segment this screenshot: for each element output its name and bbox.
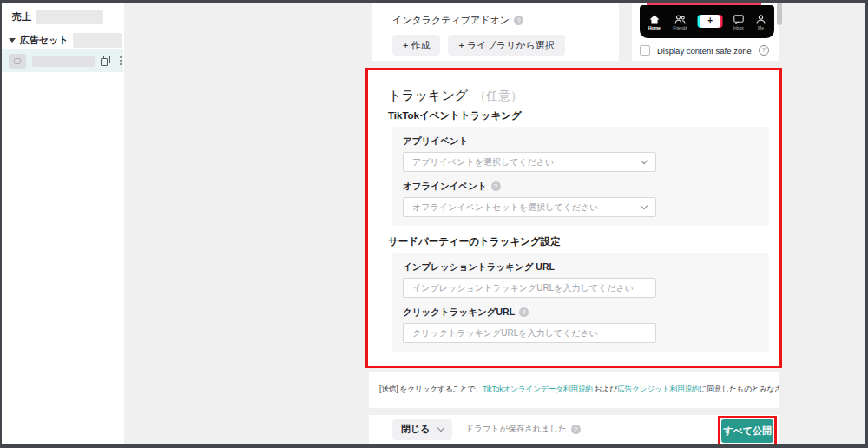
ad-preview-panel: Home Friends + Inbox Me [632, 3, 779, 61]
close-button-label: 閉じる [401, 423, 431, 436]
terms-text-3: に同意したものとみなされます。 [699, 385, 779, 393]
sidebar-item-adset-group[interactable]: 広告セット [9, 33, 122, 48]
select-from-library-button[interactable]: + ライブラリから選択 [448, 35, 564, 56]
nav-inbox-label: Inbox [733, 25, 743, 30]
sidebar-item-campaign[interactable]: 売上 [12, 10, 103, 24]
ad-thumbnail-icon [9, 54, 26, 69]
redacted-ad-name [32, 56, 95, 67]
caret-down-icon[interactable] [9, 38, 16, 43]
create-plus-icon: + [700, 15, 720, 28]
publish-annotation-box: すべて公開 [718, 416, 777, 446]
terms-text-2: および [593, 385, 617, 393]
tiktok-nav-bar: Home Friends + Inbox Me [640, 5, 774, 38]
sidebar: 売上 広告セット [2, 3, 124, 444]
interactive-addons-label: インタラクティブアドオン [392, 14, 510, 27]
impression-tracking-url-input[interactable] [403, 278, 656, 298]
impression-url-label: インプレッショントラッキング URL [403, 261, 555, 273]
nav-me: Me [756, 15, 766, 30]
scrollbar-thumb[interactable] [777, 3, 782, 25]
safe-zone-checkbox[interactable] [640, 45, 650, 56]
draft-saved-text: ドラフトが保存されました [466, 424, 567, 435]
copy-icon[interactable] [101, 56, 111, 67]
campaign-label: 売上 [12, 10, 31, 23]
chevron-down-icon [641, 157, 648, 164]
app-event-label: アプリイベント [403, 135, 468, 147]
publish-all-button[interactable]: すべて公開 [721, 419, 773, 443]
info-icon[interactable]: ? [519, 307, 529, 317]
event-tracking-card: アプリイベント アプリイベントを選択してください オフラインイベント ? オフラ… [392, 127, 769, 226]
kebab-menu-icon[interactable] [120, 56, 122, 65]
nav-friends: Friends [673, 15, 687, 30]
chevron-down-icon [641, 202, 648, 209]
third-party-card: インプレッショントラッキング URL クリックトラッキングURL ? [392, 253, 769, 352]
redacted-adset-name [73, 33, 122, 48]
tracking-annotation-box: トラッキング （任意） TikTokイベントトラッキング アプリイベント アプリ… [365, 68, 782, 368]
app-event-placeholder: アプリイベントを選択してください [412, 156, 554, 168]
create-addon-button[interactable]: + 作成 [392, 35, 440, 56]
click-tracking-url-input[interactable] [403, 323, 656, 343]
tracking-optional-label: （任意） [474, 89, 523, 104]
tiktok-data-terms-link[interactable]: TikTokオンラインデータ利用規約 [483, 385, 593, 393]
screenshot-frame: 売上 広告セット インタラクティブアドオン ? + 作成 + ライブラリから選択 [0, 0, 868, 448]
click-url-label: クリックトラッキングURL [403, 306, 515, 318]
friends-icon [674, 15, 686, 24]
interactive-addons-panel: インタラクティブアドオン ? + 作成 + ライブラリから選択 [372, 3, 619, 61]
info-icon[interactable]: ? [514, 16, 523, 25]
me-icon [756, 15, 766, 24]
nav-home: Home [648, 15, 661, 30]
redacted-campaign-name [36, 10, 103, 24]
offline-event-select[interactable]: オフラインイベントセットを選択してください [403, 197, 656, 217]
nav-inbox: Inbox [733, 15, 743, 30]
nav-me-label: Me [758, 25, 764, 30]
offline-event-label: オフラインイベント [403, 181, 487, 192]
question-icon[interactable]: ? [759, 45, 769, 56]
sidebar-item-ad-selected[interactable] [2, 49, 123, 72]
nav-friends-label: Friends [673, 25, 687, 30]
ad-credit-terms-link[interactable]: 広告クレジット利用規約 [617, 385, 700, 393]
adset-group-label: 広告セット [20, 34, 69, 47]
home-icon [649, 15, 660, 24]
info-icon[interactable]: ? [571, 425, 581, 434]
chevron-down-icon [437, 425, 444, 432]
info-icon[interactable]: ? [491, 181, 501, 191]
close-button[interactable]: 閉じる [392, 419, 452, 440]
nav-home-label: Home [648, 25, 661, 30]
terms-strip: [送信] をクリックすることで、TikTokオンラインデータ利用規約 および広告… [369, 372, 779, 408]
safe-zone-label: Display content safe zone [657, 46, 752, 56]
offline-event-placeholder: オフラインイベントセットを選択してください [412, 201, 598, 214]
tiktok-event-tracking-heading: TikTokイベントトラッキング [388, 110, 779, 122]
third-party-heading: サードパーティーのトラッキング設定 [388, 236, 779, 247]
inbox-icon [733, 15, 744, 24]
tracking-title: トラッキング [388, 88, 468, 102]
terms-text-1: [送信] をクリックすることで、 [379, 385, 483, 393]
app-event-select[interactable]: アプリイベントを選択してください [403, 152, 656, 172]
